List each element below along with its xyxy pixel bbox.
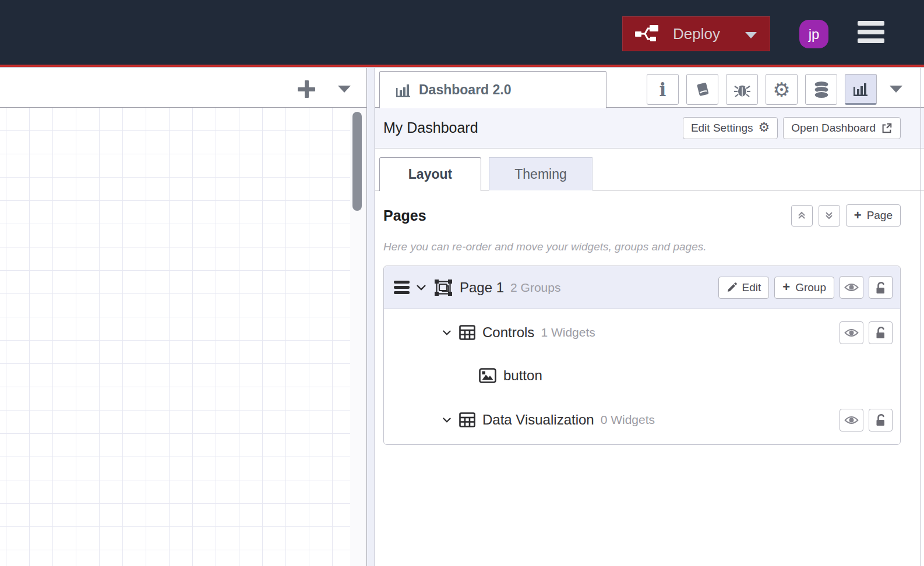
group-visibility-button[interactable] xyxy=(840,409,863,431)
group-row-controls[interactable]: Controls 1 Widgets xyxy=(384,319,893,346)
add-group-button[interactable]: Group xyxy=(774,277,834,299)
eye-icon xyxy=(844,328,859,338)
debug-tab-button[interactable] xyxy=(726,74,758,105)
image-icon xyxy=(479,368,496,383)
add-page-button[interactable]: Page xyxy=(846,204,901,227)
info-tab-button[interactable] xyxy=(647,74,679,105)
sidebar-tab-bar: Dashboard 2.0 xyxy=(375,68,924,108)
add-flow-button[interactable] xyxy=(298,80,315,98)
tab-layout[interactable]: Layout xyxy=(379,157,481,191)
flow-canvas[interactable] xyxy=(0,108,366,566)
plus-icon xyxy=(854,209,862,222)
canvas-vertical-scrollbar[interactable] xyxy=(352,112,362,211)
gear-icon xyxy=(773,80,790,100)
config-tab-button[interactable] xyxy=(766,74,798,105)
page-row[interactable]: Page 1 2 Groups Edit Group xyxy=(384,266,900,309)
deploy-label: Deploy xyxy=(673,25,720,43)
pages-hint-text: Here you can re-order and move your widg… xyxy=(383,240,901,253)
page-visibility-button[interactable] xyxy=(840,276,863,299)
database-icon xyxy=(813,80,830,99)
plus-icon xyxy=(782,281,790,294)
context-tab-button[interactable] xyxy=(805,74,837,105)
open-dashboard-button[interactable]: Open Dashboard xyxy=(783,117,901,139)
flow-editor-pane xyxy=(0,68,366,566)
edit-page-button[interactable]: Edit xyxy=(718,277,770,299)
move-page-up-button[interactable] xyxy=(791,205,813,227)
double-chevron-up-icon xyxy=(797,211,806,220)
layout-panel: Pages Page xyxy=(375,190,924,566)
move-page-down-button[interactable] xyxy=(819,205,840,227)
bar-chart-icon xyxy=(852,81,870,97)
flow-list-caret-icon[interactable] xyxy=(338,86,351,93)
hamburger-menu-icon xyxy=(858,21,884,26)
info-icon xyxy=(660,79,666,100)
page-card-body: Controls 1 Widgets xyxy=(384,309,900,444)
sidebar-tabs-caret-icon[interactable] xyxy=(890,86,902,93)
user-avatar[interactable]: jp xyxy=(799,20,828,48)
sidebar-icon-toolbar xyxy=(647,74,877,105)
group-visibility-button[interactable] xyxy=(840,321,863,344)
object-group-icon xyxy=(434,279,453,296)
widget-row-button[interactable]: button xyxy=(384,362,893,390)
sidebar-resize-handle[interactable] xyxy=(366,68,375,566)
help-tab-button[interactable] xyxy=(686,74,718,105)
dashboard-title: My Dashboard xyxy=(383,119,478,136)
collapse-group-chevron-icon[interactable] xyxy=(442,417,452,423)
gear-icon xyxy=(759,121,770,135)
eye-icon xyxy=(844,282,859,292)
page-card: Page 1 2 Groups Edit Group xyxy=(383,266,901,445)
unlock-icon xyxy=(873,280,888,295)
table-cells-icon xyxy=(459,325,475,340)
dashboard-header-row: My Dashboard Edit Settings Open Dashboar… xyxy=(375,108,924,148)
pages-title: Pages xyxy=(383,207,426,224)
group-label: Controls xyxy=(482,324,534,341)
deploy-options-caret-icon[interactable] xyxy=(745,32,757,38)
collapse-page-chevron-icon[interactable] xyxy=(416,284,426,291)
group-meta: 0 Widgets xyxy=(601,413,655,427)
unlock-icon xyxy=(873,325,888,340)
flow-tab-bar xyxy=(0,68,366,108)
external-link-icon xyxy=(881,122,893,134)
deploy-nodes-icon xyxy=(634,24,661,44)
unlock-icon xyxy=(873,412,888,427)
widget-label: button xyxy=(503,367,542,384)
collapse-group-chevron-icon[interactable] xyxy=(442,330,452,336)
double-chevron-down-icon xyxy=(824,211,834,220)
group-meta: 1 Widgets xyxy=(541,326,595,339)
group-lock-button[interactable] xyxy=(869,321,893,344)
eye-icon xyxy=(844,415,859,425)
page-lock-button[interactable] xyxy=(869,276,893,299)
edit-settings-button[interactable]: Edit Settings xyxy=(683,117,778,139)
main-menu-button[interactable] xyxy=(858,21,884,43)
page-meta: 2 Groups xyxy=(510,281,560,295)
app-header: Deploy jp xyxy=(0,0,924,65)
sidebar: Dashboard 2.0 xyxy=(375,68,924,566)
tab-dashboard-2[interactable]: Dashboard 2.0 xyxy=(379,71,606,108)
book-icon xyxy=(694,81,711,98)
dashboard-tab-button[interactable] xyxy=(845,74,877,105)
group-row-data-visualization[interactable]: Data Visualization 0 Widgets xyxy=(384,406,893,434)
sidebar-tab-title: Dashboard 2.0 xyxy=(419,82,512,98)
bug-icon xyxy=(733,80,752,99)
pages-header-row: Pages Page xyxy=(383,204,901,227)
group-label: Data Visualization xyxy=(482,412,594,428)
tab-theming[interactable]: Theming xyxy=(489,157,593,190)
drag-handle-icon[interactable] xyxy=(394,281,410,294)
page-label: Page 1 xyxy=(460,280,504,296)
layout-theming-tabs: Layout Theming xyxy=(375,157,924,190)
table-cells-icon xyxy=(459,412,475,427)
group-lock-button[interactable] xyxy=(869,409,893,431)
pencil-icon xyxy=(726,282,737,293)
deploy-button[interactable]: Deploy xyxy=(622,16,770,51)
bar-chart-icon xyxy=(395,82,412,98)
